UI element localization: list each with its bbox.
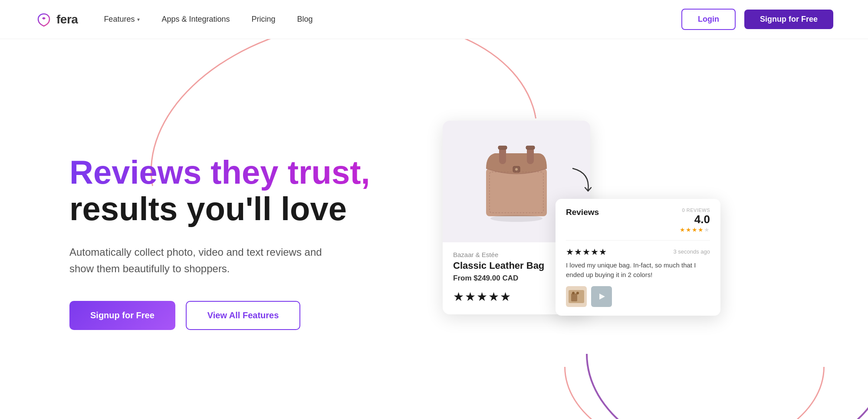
review-thumb-video[interactable] [591,286,612,307]
reviews-count: 0 REVIEWS [680,208,710,213]
arrow-decoration-icon [564,164,599,199]
signup-nav-button[interactable]: Signup for Free [744,10,833,29]
hero-content: Reviews they trust, results you'll love … [69,154,408,330]
nav-actions: Login Signup for Free [681,9,833,30]
review-item-stars: ★★★★★ [566,247,607,257]
reviews-title: Reviews [566,208,599,217]
review-item-header: ★★★★★ 3 seconds ago [566,247,710,257]
hero-section: Reviews they trust, results you'll love … [0,39,868,419]
review-item: ★★★★★ 3 seconds ago I loved my unique ba… [566,240,710,307]
nav-blog[interactable]: Blog [297,15,313,24]
reviews-header: Reviews 0 REVIEWS 4.0 ★★★★★ [566,208,710,233]
nav-pricing[interactable]: Pricing [252,15,276,24]
logo-link[interactable]: fera [35,10,78,29]
hero-subtext: Automatically collect photo, video and t… [69,244,330,276]
svg-rect-10 [571,294,577,301]
svg-rect-4 [526,146,535,149]
hero-visual: Bazaar & Estée Classic Leather Bag From … [408,112,833,373]
login-button[interactable]: Login [681,9,736,30]
bag-illustration [477,138,556,225]
reviews-panel: Reviews 0 REVIEWS 4.0 ★★★★★ ★★★★★ 3 seco… [556,199,720,316]
view-features-button[interactable]: View All Features [186,301,301,330]
hero-buttons: Signup for Free View All Features [69,301,408,330]
svg-rect-11 [572,292,575,294]
headline-dark-text: results you'll love [69,190,347,227]
fera-logo-icon [35,10,53,29]
review-text: I loved my unique bag. In-fact, so much … [566,261,710,280]
nav-integrations[interactable]: Apps & Integrations [161,15,230,24]
svg-rect-12 [576,292,579,294]
svg-rect-0 [486,168,547,216]
logo-text: fera [56,13,78,26]
svg-point-6 [515,168,518,171]
navbar: fera Features ▾ Apps & Integrations Pric… [0,0,868,39]
review-thumbnails [566,286,710,307]
nav-links: Features ▾ Apps & Integrations Pricing B… [104,15,681,24]
signup-hero-button[interactable]: Signup for Free [69,301,175,330]
headline-colored-text: Reviews they trust, [69,154,370,191]
svg-rect-3 [498,146,507,149]
review-thumb-image[interactable] [566,286,587,307]
reviews-score-area: 0 REVIEWS 4.0 ★★★★★ [680,208,710,233]
chevron-down-icon: ▾ [137,16,140,23]
hero-headline: Reviews they trust, results you'll love [69,154,408,227]
reviews-score: 4.0 [694,213,710,226]
reviews-stars-small: ★★★★★ [680,226,710,233]
svg-point-8 [490,215,542,222]
review-time: 3 seconds ago [673,248,710,255]
nav-features[interactable]: Features ▾ [104,15,140,24]
